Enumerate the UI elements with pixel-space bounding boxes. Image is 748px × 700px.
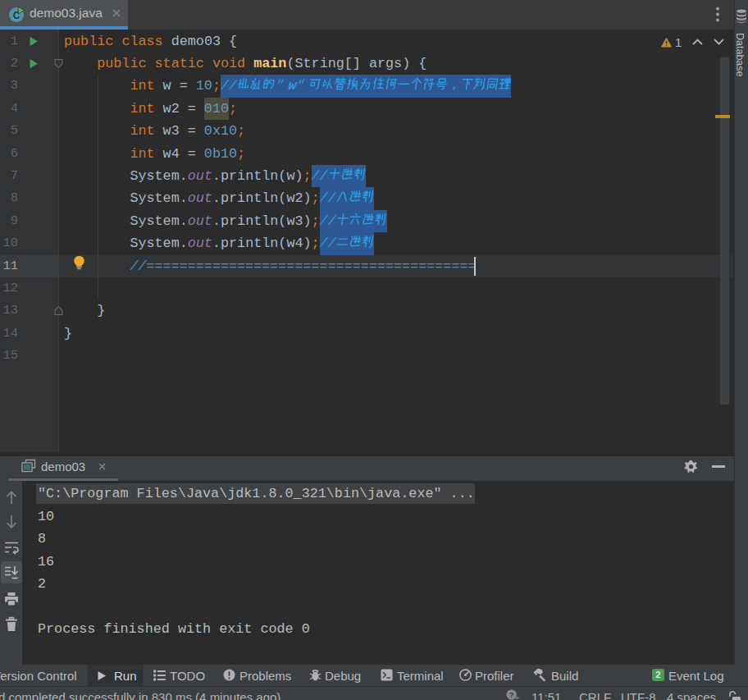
svg-text:?: ? bbox=[509, 690, 514, 699]
svg-text:w: w bbox=[287, 79, 299, 94]
